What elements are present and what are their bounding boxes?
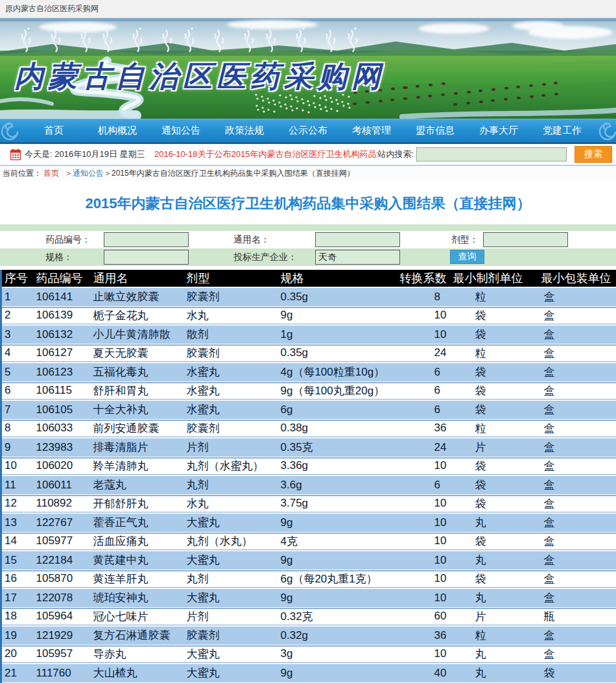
table-row: 4106127夏天无胶囊胶囊剂0.35g24粒盒: [1, 344, 616, 363]
table-cell: 水丸: [184, 494, 278, 513]
table-cell: 导赤丸: [91, 645, 184, 664]
table-cell: 122184: [34, 551, 91, 569]
nav-item-7[interactable]: 办事大厅: [467, 125, 530, 137]
table-row: 2106139栀子金花丸水丸9g10袋盒: [1, 306, 616, 325]
table-cell: 大山楂丸: [91, 664, 184, 682]
table-cell: 袋: [451, 381, 539, 400]
table-cell: 大蜜丸: [184, 551, 278, 569]
breadcrumb-section-link[interactable]: 通知公告: [73, 168, 104, 179]
table-row: 20105957导赤丸大蜜丸3g10丸盒: [1, 645, 616, 664]
nav-item-4[interactable]: 公示公布: [276, 125, 340, 137]
table-cell: 106105: [34, 400, 91, 419]
info-bar: 今天是: 2016年10月19日 星期三 2016-10-18关于公布2015年…: [0, 144, 616, 166]
column-header: 规格: [278, 270, 397, 287]
table-cell: 粒: [451, 626, 539, 645]
table-cell: 7: [1, 400, 34, 419]
table-cell: 106020: [34, 457, 91, 475]
table-cell: 大蜜丸: [184, 588, 278, 607]
drug-code-input[interactable]: [104, 232, 189, 247]
nav-item-5[interactable]: 考核管理: [340, 125, 403, 137]
table-cell: 4g（每100粒重10g）: [278, 363, 397, 381]
table-row: 16105870黄连羊肝丸丸剂6g（每20丸重1克）10袋盒: [1, 569, 616, 588]
table-cell: 五福化毒丸: [91, 363, 184, 381]
table-row: 14105977活血应痛丸丸剂（水丸）4克10袋盒: [1, 532, 616, 551]
nav-item-2[interactable]: 通知公告: [149, 125, 213, 137]
table-cell: 9g: [278, 306, 397, 325]
table-cell: 丸: [451, 513, 539, 532]
column-header: 最小包装单位: [539, 270, 616, 287]
nav-item-1[interactable]: 机构概况: [86, 125, 149, 137]
dosage-form-input[interactable]: [483, 232, 568, 247]
table-cell: 丸: [451, 588, 539, 607]
table-row: 10106020羚羊清肺丸丸剂（水蜜丸）3.36g10袋盒: [1, 457, 616, 475]
table-cell: 舒肝和胃丸: [91, 381, 184, 400]
news-ticker-link[interactable]: 2016-10-18关于公布2015年内蒙古自治区医疗卫生机构药品集中采购: [154, 149, 377, 160]
table-cell: 片: [451, 607, 539, 626]
table-cell: 3.36g: [278, 457, 397, 475]
breadcrumb-current: ＞2015年内蒙古自治区医疗卫生机构药品集中采购入围结果（直接挂网）: [104, 168, 355, 179]
table-row: 3106132小儿牛黄清肺散散剂1g10袋盒: [1, 325, 616, 344]
table-cell: 盒: [539, 626, 616, 645]
table-cell: 105977: [34, 532, 91, 551]
generic-name-label: 通用名：: [233, 234, 270, 246]
nav-item-6[interactable]: 盟市信息: [403, 125, 467, 137]
table-cell: 111760: [34, 664, 91, 682]
table-row: 5106123五福化毒丸水蜜丸4g（每100粒重10g）6袋盒: [1, 363, 616, 381]
site-search-input[interactable]: [416, 147, 567, 162]
table-cell: 106127: [34, 344, 91, 363]
table-cell: 0.32g: [278, 626, 397, 645]
nav-item-0[interactable]: 首页: [22, 125, 86, 137]
table-row: 12110892开郁舒肝丸水丸3.75g10袋盒: [1, 494, 616, 513]
table-cell: 大蜜丸: [184, 645, 278, 664]
table-cell: 活血应痛丸: [91, 532, 184, 551]
table-cell: 106115: [34, 381, 91, 400]
table-row: 15122184黄芪建中丸大蜜丸9g10丸盒: [1, 551, 616, 569]
table-cell: 粒: [451, 419, 539, 438]
generic-name-input[interactable]: [315, 232, 400, 247]
site-search-button[interactable]: 搜索: [575, 146, 612, 163]
breadcrumb-home-link[interactable]: 首页: [43, 168, 59, 179]
table-cell: 18: [1, 607, 34, 626]
table-cell: 3: [1, 325, 34, 344]
table-cell: 10: [397, 513, 451, 532]
table-cell: 片: [451, 438, 539, 457]
table-cell: 11: [1, 475, 34, 494]
table-cell: 10: [397, 325, 451, 344]
table-cell: 瓶: [539, 607, 616, 626]
table-cell: 片剂: [184, 607, 278, 626]
table-cell: 9g（每100丸重20g）: [278, 381, 397, 400]
table-cell: 盒: [539, 363, 616, 381]
table-cell: 8: [1, 419, 34, 438]
table-cell: 羚羊清肺丸: [91, 457, 184, 475]
nav-item-3[interactable]: 政策法规: [213, 125, 276, 137]
table-cell: 盒: [539, 569, 616, 588]
table-cell: 106132: [34, 325, 91, 344]
table-cell: 8: [397, 287, 451, 306]
table-row: 6106115舒肝和胃丸水蜜丸9g（每100丸重20g）6袋盒: [1, 381, 616, 400]
table-row: 17122078琥珀安神丸大蜜丸9g10丸盒: [1, 588, 616, 607]
table-cell: 盒: [539, 306, 616, 325]
nav-item-8[interactable]: 党建工作: [530, 125, 594, 137]
table-cell: 盒: [539, 287, 616, 306]
table-cell: 袋: [451, 325, 539, 344]
table-cell: 水蜜丸: [184, 381, 278, 400]
table-cell: 盒: [539, 588, 616, 607]
calendar-icon: [10, 149, 21, 160]
table-cell: 胶囊剂: [184, 626, 278, 645]
spec-input[interactable]: [104, 250, 189, 265]
table-cell: 盒: [539, 532, 616, 551]
table-cell: 13: [1, 513, 34, 532]
query-button[interactable]: 查询: [450, 250, 484, 264]
table-cell: 胶囊剂: [184, 287, 278, 306]
manufacturer-input[interactable]: [315, 250, 400, 265]
table-cell: 丸: [451, 551, 539, 569]
table-cell: 9g: [278, 513, 397, 532]
results-table: 序号药品编号通用名剂型规格转换系数最小制剂单位最小包装单位 1106141止嗽立…: [0, 270, 616, 683]
table-cell: 6: [397, 475, 451, 494]
table-cell: 6: [397, 400, 451, 419]
column-header: 药品编号: [34, 270, 91, 287]
table-row: 13122767藿香正气丸大蜜丸9g10丸盒: [1, 513, 616, 532]
table-cell: 9: [1, 438, 34, 457]
breadcrumb-prefix: 当前位置：: [3, 168, 41, 179]
table-cell: 袋: [451, 400, 539, 419]
